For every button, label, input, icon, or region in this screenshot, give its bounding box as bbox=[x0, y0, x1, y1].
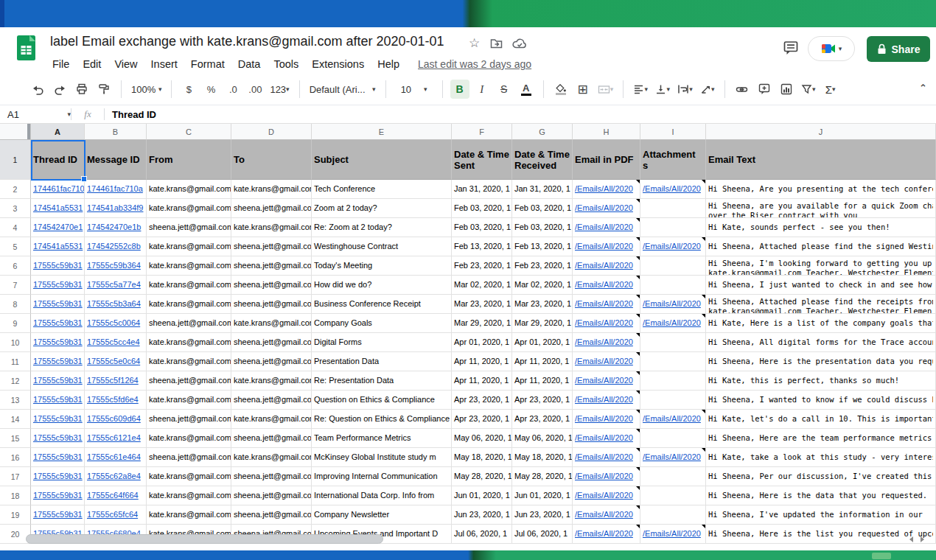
cell-sent[interactable]: May 28, 2020, 1 bbox=[452, 467, 512, 486]
cell-text[interactable]: Hi Sheena, All digital forms for the Tra… bbox=[706, 333, 936, 352]
cell-pdf[interactable]: /Emails/All/2020 bbox=[573, 505, 640, 525]
cell-message[interactable]: 174461fac710a bbox=[85, 180, 147, 199]
cell-sent[interactable]: Feb 23, 2020, 1 bbox=[452, 256, 512, 276]
row-header-14[interactable]: 14 bbox=[0, 410, 31, 429]
cell-to[interactable]: sheena.jett@gmail.com bbox=[231, 295, 312, 314]
cell-from[interactable]: sheena.jett@gmail.com bbox=[147, 410, 231, 429]
cell-message[interactable]: 17555c62a8e4 bbox=[85, 467, 147, 486]
menu-edit[interactable]: Edit bbox=[76, 58, 108, 70]
cell-to[interactable]: sheena.jett@gmail.com bbox=[231, 199, 312, 218]
cell-from[interactable]: kate.krans@gmail.com bbox=[147, 467, 231, 486]
column-header-b[interactable]: B bbox=[85, 124, 147, 140]
insert-comment-button[interactable] bbox=[755, 80, 774, 99]
document-title[interactable]: label Email exchange with kate.krans@gma… bbox=[50, 34, 444, 49]
cell-subject[interactable]: Tech Conference bbox=[312, 180, 452, 199]
cell-att[interactable]: /Emails/All/2020 bbox=[640, 410, 706, 429]
zoom-select[interactable]: 100% ▾ bbox=[129, 80, 164, 99]
cell-text[interactable]: Hi Sheena, are you available for a quick… bbox=[706, 199, 936, 218]
cell-subject[interactable]: McKinsey Global Institute study m bbox=[312, 448, 452, 467]
cell-to[interactable]: sheena.jett@gmail.com bbox=[231, 276, 312, 295]
bold-button[interactable]: B bbox=[450, 80, 469, 99]
cell-att[interactable]: /Emails/All/2020 bbox=[640, 314, 706, 333]
cloud-status-icon[interactable] bbox=[511, 37, 527, 50]
cell-subject[interactable]: Re: Presentation Data bbox=[312, 371, 452, 391]
cell-pdf[interactable]: /Emails/All/2020 bbox=[573, 256, 640, 276]
cell-att[interactable] bbox=[640, 256, 706, 276]
cell-text[interactable]: Hi Kate, Here is a list of the company g… bbox=[706, 314, 936, 333]
cell-to[interactable]: kate.krans@gmail.com bbox=[231, 371, 312, 391]
menu-insert[interactable]: Insert bbox=[144, 58, 184, 70]
cell-message[interactable]: 17555c5a77e4 bbox=[85, 276, 147, 295]
cell-received[interactable]: Mar 29, 2020, 1 bbox=[512, 314, 573, 333]
cell-received[interactable]: Mar 02, 2020, 1 bbox=[512, 276, 573, 295]
header-cell[interactable]: Subject bbox=[312, 140, 452, 180]
cell-thread[interactable]: 17555c59b31 bbox=[31, 256, 85, 276]
cell-from[interactable]: sheena.jett@gmail.com bbox=[147, 314, 231, 333]
cell-text[interactable]: Hi Sheena, Here are the team performance… bbox=[706, 429, 936, 448]
cell-sent[interactable]: Apr 01, 2020, 1 bbox=[452, 333, 512, 352]
cell-to[interactable]: kate.krans@gmail.com bbox=[231, 180, 312, 199]
cell-pdf[interactable]: /Emails/All/2020 bbox=[573, 180, 640, 199]
column-header-e[interactable]: E bbox=[312, 124, 452, 140]
row-header-2[interactable]: 2 bbox=[0, 180, 31, 199]
header-cell[interactable]: Email Text bbox=[706, 140, 936, 180]
cell-received[interactable]: Jun 01, 2020, 1 bbox=[512, 486, 573, 505]
header-cell[interactable]: Email in PDF bbox=[573, 140, 640, 180]
row-header-13[interactable]: 13 bbox=[0, 391, 31, 410]
cell-received[interactable]: Apr 23, 2020, 1 bbox=[512, 410, 573, 429]
menu-help[interactable]: Help bbox=[371, 58, 406, 70]
row-header-7[interactable]: 7 bbox=[0, 276, 31, 295]
cell-to[interactable]: sheena.jett@gmail.com bbox=[231, 391, 312, 410]
cell-att[interactable]: /Emails/All/2020 bbox=[640, 448, 706, 467]
header-cell[interactable]: Date & Time Sent bbox=[452, 140, 512, 180]
cell-received[interactable]: Feb 03, 2020, 1 bbox=[512, 218, 573, 237]
font-select[interactable]: Default (Ari...▾ bbox=[307, 80, 378, 99]
cell-att[interactable]: /Emails/All/2020 bbox=[640, 237, 706, 256]
cell-thread[interactable]: 17555c59b31 bbox=[31, 314, 85, 333]
cell-from[interactable]: kate.krans@gmail.com bbox=[147, 486, 231, 505]
cell-subject[interactable]: Business Conference Receipt bbox=[312, 295, 452, 314]
cell-text[interactable]: Hi Sheena, Here is the presentation data… bbox=[706, 352, 936, 371]
menu-view[interactable]: View bbox=[108, 58, 144, 70]
header-cell[interactable]: Message ID bbox=[85, 140, 147, 180]
redo-button[interactable] bbox=[50, 80, 69, 99]
cell-subject[interactable]: Re: Zoom at 2 today? bbox=[312, 218, 452, 237]
cell-from[interactable]: kate.krans@gmail.com bbox=[147, 180, 231, 199]
cell-received[interactable]: Apr 01, 2020, 1 bbox=[512, 333, 573, 352]
select-all-corner[interactable] bbox=[0, 124, 31, 140]
cell-subject[interactable]: Question on Ethics & Compliance bbox=[312, 391, 452, 410]
cell-thread[interactable]: 17555c59b31 bbox=[31, 505, 85, 525]
cell-received[interactable]: Jun 23, 2020, 1 bbox=[512, 505, 573, 525]
cell-thread[interactable]: 17555c59b31 bbox=[31, 410, 85, 429]
cell-received[interactable]: Mar 23, 2020, 1 bbox=[512, 295, 573, 314]
header-cell[interactable]: Thread ID bbox=[31, 140, 85, 180]
cell-text[interactable]: Hi Kate, sounds perfect - see you then! bbox=[706, 218, 936, 237]
meet-button[interactable]: ▾ bbox=[808, 36, 855, 61]
cell-subject[interactable]: Company Goals bbox=[312, 314, 452, 333]
cell-message[interactable]: 17555c65fc64 bbox=[85, 505, 147, 525]
cell-pdf[interactable]: /Emails/All/2020 bbox=[573, 391, 640, 410]
cell-subject[interactable]: Westinghouse Contract bbox=[312, 237, 452, 256]
row-header-9[interactable]: 9 bbox=[0, 314, 31, 333]
cell-received[interactable]: May 06, 2020, 1 bbox=[512, 429, 573, 448]
text-wrap-button[interactable]: ▾ bbox=[675, 80, 695, 99]
comment-history-icon[interactable] bbox=[783, 40, 799, 56]
cell-to[interactable]: sheena.jett@gmail.com bbox=[231, 486, 312, 505]
cell-subject[interactable]: Company Newsletter bbox=[312, 505, 452, 525]
cell-message[interactable]: 174541ab334f9 bbox=[85, 199, 147, 218]
cell-message[interactable]: 17555c5e0c64 bbox=[85, 352, 147, 371]
horizontal-align-button[interactable]: ▾ bbox=[631, 80, 650, 99]
cell-received[interactable]: Apr 11, 2020, 1 bbox=[512, 352, 573, 371]
format-currency-button[interactable]: $ bbox=[179, 80, 198, 99]
cell-att[interactable] bbox=[640, 505, 706, 525]
cell-text[interactable]: Hi Sheena, Attached please find the sign… bbox=[706, 237, 936, 256]
row-header-3[interactable]: 3 bbox=[0, 199, 31, 218]
increase-decimal-button[interactable]: .00 bbox=[245, 80, 265, 99]
cell-from[interactable]: kate.krans@gmail.com bbox=[147, 276, 231, 295]
cell-pdf[interactable]: /Emails/All/2020 bbox=[573, 218, 640, 237]
cell-pdf[interactable]: /Emails/All/2020 bbox=[573, 371, 640, 391]
strikethrough-button[interactable]: S bbox=[495, 80, 514, 99]
cell-pdf[interactable]: /Emails/All/2020 bbox=[573, 237, 640, 256]
cell-from[interactable]: kate.krans@gmail.com bbox=[147, 429, 231, 448]
cell-received[interactable]: Feb 23, 2020, 1 bbox=[512, 256, 573, 276]
